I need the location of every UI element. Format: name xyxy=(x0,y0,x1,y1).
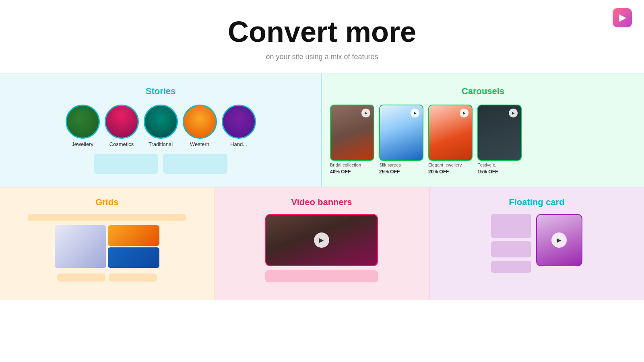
page-subtitle: on your site using a mix of features xyxy=(0,53,644,61)
floating-card-container: × ▶ xyxy=(536,214,582,266)
float-sk-1 xyxy=(491,214,531,238)
bottom-features-grid: Grids Video banners ▶ Floating card xyxy=(0,187,644,300)
carousel-discount-jewellery: 20% OFF xyxy=(428,169,473,175)
play-icon-bridal[interactable]: ▶ xyxy=(361,109,370,117)
logo-icon: ▶ xyxy=(619,12,626,23)
page-header: ▶ Convert more on your site using a mix … xyxy=(0,0,644,73)
carousel-item-jewellery[interactable]: ▶ Elegant jewellery 20% OFF xyxy=(428,105,473,175)
carousel-label-silk: Silk sarees xyxy=(379,162,423,167)
carousel-discount-festive: 15% OFF xyxy=(477,169,522,175)
story-circle-western[interactable] xyxy=(183,105,217,139)
floating-panel: Floating card × ▶ xyxy=(429,187,644,300)
video-play-button[interactable]: ▶ xyxy=(314,232,329,248)
story-item[interactable]: Jewellery xyxy=(66,105,100,147)
story-label-western: Western xyxy=(190,141,209,147)
grids-skeletons xyxy=(8,274,206,282)
story-item[interactable]: Hand... xyxy=(222,105,256,147)
stories-row: Jewellery Cosmetics Traditional Western … xyxy=(8,105,313,147)
float-skeleton-col xyxy=(491,214,531,273)
carousel-label-festive: Festive c... xyxy=(477,162,522,167)
carousel-img-festive[interactable]: ▶ xyxy=(477,105,522,161)
carousel-discount-bridal: 40% OFF xyxy=(330,169,374,175)
carousel-img-silk[interactable]: ▶ xyxy=(379,105,423,161)
stories-skeletons xyxy=(8,154,313,174)
story-label-traditional: Traditional xyxy=(149,141,173,147)
carousel-discount-silk: 25% OFF xyxy=(379,169,423,175)
page-title: Convert more xyxy=(0,16,644,48)
skeleton-rect-2 xyxy=(163,154,227,174)
video-skeleton xyxy=(265,270,378,282)
stories-panel: Stories Jewellery Cosmetics Traditional … xyxy=(0,74,322,187)
grids-skeleton-top xyxy=(28,214,186,221)
video-heading: Video banners xyxy=(223,197,420,208)
carousel-item-silk[interactable]: ▶ Silk sarees 25% OFF xyxy=(379,105,423,175)
float-sk-2 xyxy=(491,241,531,257)
video-panel: Video banners ▶ xyxy=(215,187,429,300)
grid-photo-2 xyxy=(108,225,159,246)
grids-panel: Grids xyxy=(0,187,215,300)
floating-card[interactable]: ▶ xyxy=(536,214,582,266)
story-label-handbag: Hand... xyxy=(230,141,247,147)
story-circle-cosmetics[interactable] xyxy=(105,105,139,139)
story-label-jewellery: Jewellery xyxy=(72,141,93,147)
grid-photos xyxy=(55,225,159,269)
carousels-heading: Carousels xyxy=(330,86,636,97)
grid-photo-3 xyxy=(108,247,159,268)
carousel-img-bridal[interactable]: ▶ xyxy=(330,105,374,161)
play-icon-silk[interactable]: ▶ xyxy=(411,109,419,117)
story-circle-handbag[interactable] xyxy=(222,105,256,139)
video-thumbnail[interactable]: ▶ xyxy=(265,214,378,266)
carousel-item-bridal[interactable]: ▶ Bridal collection 40% OFF xyxy=(330,105,374,175)
skeleton-rect-1 xyxy=(94,154,158,174)
story-item[interactable]: Cosmetics xyxy=(105,105,139,147)
app-logo[interactable]: ▶ xyxy=(613,8,632,27)
floating-play-button[interactable]: ▶ xyxy=(551,232,567,248)
carousel-label-bridal: Bridal collection xyxy=(330,162,374,167)
carousels-panel: Carousels ▶ Bridal collection 40% OFF ▶ … xyxy=(322,74,644,187)
carousel-row: ▶ Bridal collection 40% OFF ▶ Silk saree… xyxy=(330,105,636,175)
carousel-item-festive[interactable]: ▶ Festive c... 15% OFF xyxy=(477,105,522,175)
stories-heading: Stories xyxy=(8,86,313,97)
play-icon-festive[interactable]: ▶ xyxy=(509,109,518,117)
float-sk-3 xyxy=(491,261,531,273)
story-circle-jewellery[interactable] xyxy=(66,105,100,139)
grid-skeleton-2 xyxy=(109,274,157,282)
grid-skeleton-1 xyxy=(57,274,105,282)
play-icon-jewellery[interactable]: ▶ xyxy=(460,109,469,117)
grid-photo-1 xyxy=(55,225,106,268)
story-item[interactable]: Traditional xyxy=(144,105,178,147)
story-circle-traditional[interactable] xyxy=(144,105,178,139)
story-item[interactable]: Western xyxy=(183,105,217,147)
grids-heading: Grids xyxy=(8,197,206,208)
story-label-cosmetics: Cosmetics xyxy=(109,141,134,147)
floating-heading: Floating card xyxy=(438,197,636,208)
top-features-grid: Stories Jewellery Cosmetics Traditional … xyxy=(0,73,644,187)
carousel-label-jewellery: Elegant jewellery xyxy=(428,162,473,167)
carousel-img-jewellery[interactable]: ▶ xyxy=(428,105,473,161)
